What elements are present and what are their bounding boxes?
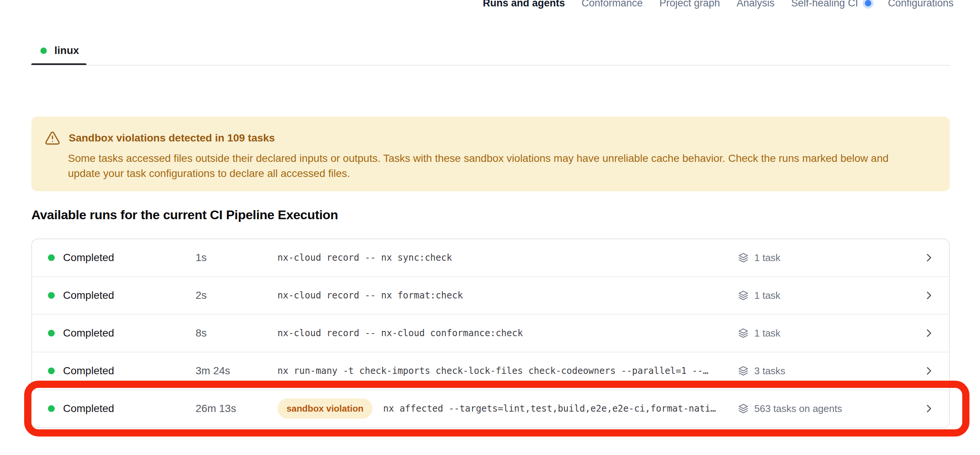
tabbar-divider [31, 65, 950, 66]
run-row[interactable]: Completed1snx-cloud record -- nx sync:ch… [32, 239, 949, 276]
run-status-label: Completed [63, 252, 114, 264]
run-tasks-label: 563 tasks on agents [754, 403, 842, 415]
run-status-dot [48, 330, 55, 336]
run-status-dot [48, 292, 55, 299]
nav-item-configurations[interactable]: Configurations [888, 0, 954, 10]
run-status-dot [48, 254, 55, 261]
run-duration: 26m 13s [196, 403, 277, 415]
chevron-right-icon[interactable] [923, 289, 935, 302]
tab-status-dot [40, 48, 47, 54]
run-row[interactable]: Completed2snx-cloud record -- nx format:… [32, 276, 949, 314]
run-command: nx-cloud record -- nx sync:check [277, 252, 452, 263]
run-row[interactable]: Completed3m 24snx run-many -t check-impo… [32, 352, 949, 389]
layers-stack-icon [738, 403, 749, 414]
nav-item-conformance[interactable]: Conformance [582, 0, 643, 10]
chevron-right-icon[interactable] [923, 402, 935, 415]
run-status-label: Completed [63, 403, 114, 415]
tab-linux[interactable]: linux [31, 36, 88, 65]
run-status-dot [48, 405, 55, 412]
nav-item-label: Project graph [660, 0, 720, 10]
layers-stack-icon [738, 328, 749, 339]
self-healing-status-dot-icon [865, 0, 871, 6]
runs-card: Completed1snx-cloud record -- nx sync:ch… [31, 238, 950, 428]
run-row[interactable]: Completed8snx-cloud record -- nx-cloud c… [32, 314, 949, 352]
run-duration: 3m 24s [196, 365, 277, 377]
banner-title: Sandbox violations detected in 109 tasks [69, 132, 275, 144]
run-tasks-label: 1 task [754, 328, 780, 339]
run-command: nx-cloud record -- nx format:check [277, 290, 463, 301]
layers-stack-icon [738, 290, 749, 301]
run-command: nx run-many -t check-imports check-lock-… [277, 366, 709, 376]
run-tasks-label: 1 task [754, 290, 780, 301]
chevron-right-icon[interactable] [923, 251, 935, 264]
run-duration: 1s [196, 252, 277, 264]
nav-item-label: Configurations [888, 0, 954, 10]
layers-stack-icon [738, 252, 749, 263]
chevron-right-icon[interactable] [923, 327, 935, 339]
top-nav: Runs and agentsConformanceProject graphA… [483, 0, 954, 10]
nav-item-project-graph[interactable]: Project graph [660, 0, 720, 10]
run-duration: 2s [196, 289, 277, 301]
run-tasks-label: 3 tasks [754, 365, 785, 377]
run-duration: 8s [196, 327, 277, 339]
run-row-highlighted[interactable]: Completed26m 13ssandbox violationnx affe… [32, 389, 949, 427]
banner-body-line-2: update your task configurations to decla… [68, 166, 932, 181]
run-command: nx-cloud record -- nx-cloud conformance:… [277, 328, 523, 338]
sandbox-violation-banner: Sandbox violations detected in 109 tasks… [31, 117, 950, 191]
nav-item-label: Self-healing CI [791, 0, 858, 10]
layers-stack-icon [738, 365, 749, 377]
run-status-label: Completed [63, 365, 114, 377]
run-status-label: Completed [63, 327, 114, 339]
chevron-right-icon[interactable] [923, 365, 935, 377]
nav-item-label: Runs and agents [483, 0, 565, 10]
sandbox-violation-badge: sandbox violation [277, 398, 372, 419]
nav-item-self-healing-ci[interactable]: Self-healing CI [791, 0, 871, 10]
page-title: Available runs for the current CI Pipeli… [31, 208, 338, 222]
banner-body-line-1: Some tasks accessed files outside their … [68, 151, 932, 166]
run-command: nx affected --targets=lint,test,build,e2… [383, 403, 716, 414]
nav-item-label: Conformance [582, 0, 643, 10]
nav-item-analysis[interactable]: Analysis [737, 0, 775, 10]
nav-item-runs-and-agents[interactable]: Runs and agents [483, 0, 565, 10]
run-status-label: Completed [63, 289, 114, 301]
tab-label: linux [54, 44, 79, 57]
run-status-dot [48, 368, 55, 374]
nav-item-label: Analysis [737, 0, 775, 10]
warning-triangle-icon [45, 130, 60, 146]
run-tasks-label: 1 task [754, 252, 780, 264]
